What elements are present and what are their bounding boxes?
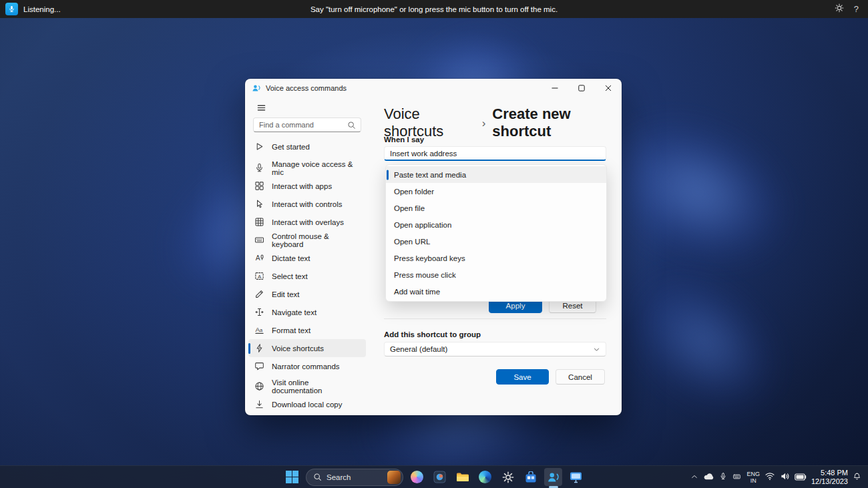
maximize-icon	[578, 85, 585, 91]
microphone-icon	[719, 472, 727, 481]
windows-logo-icon	[286, 471, 298, 483]
speech-bubble-icon	[254, 361, 264, 372]
taskbar-app-edge[interactable]	[476, 468, 494, 486]
menu-item-paste-text-and-media[interactable]: Paste text and media	[386, 166, 606, 183]
sidebar-item-label: Visit online documentation	[272, 379, 361, 395]
menu-item-press-keyboard-keys[interactable]: Press keyboard keys	[386, 250, 606, 266]
hidden-icons-button[interactable]	[690, 471, 698, 483]
sidebar-item-voice-shortcuts[interactable]: Voice shortcuts	[248, 339, 366, 357]
battery-button[interactable]	[795, 471, 807, 483]
sidebar-item-format-text[interactable]: Aa Format text	[248, 321, 366, 339]
sidebar-nav: Get started Manage voice access & mic In…	[245, 138, 369, 375]
taskbar-search-box[interactable]: Search	[306, 469, 403, 486]
menu-item-press-mouse-click[interactable]: Press mouse click	[386, 266, 606, 283]
shortcut-icon	[254, 343, 264, 354]
navigate-icon	[254, 307, 264, 318]
when-i-say-input[interactable]	[384, 146, 606, 161]
cancel-button[interactable]: Cancel	[556, 369, 605, 385]
main-content: Voice shortcuts › Create new shortcut Wh…	[369, 97, 622, 415]
taskbar-app-monitor[interactable]	[567, 468, 585, 486]
sidebar-item-navigate-text[interactable]: Navigate text	[248, 303, 366, 321]
edge-icon	[479, 471, 491, 483]
sidebar-item-control-mouse-keyboard[interactable]: Control mouse & keyboard	[248, 231, 366, 249]
voice-access-settings-button[interactable]	[835, 3, 844, 15]
navigation-menu-button[interactable]	[252, 100, 270, 115]
window-title: Voice access commands	[266, 84, 347, 92]
sidebar-item-label: Get started	[272, 143, 310, 151]
menu-item-open-url[interactable]: Open URL	[386, 233, 606, 250]
file-explorer-icon	[456, 471, 469, 483]
store-icon	[525, 471, 537, 483]
sidebar-item-interact-with-controls[interactable]: Interact with controls	[248, 195, 366, 213]
minimize-button[interactable]	[541, 79, 568, 97]
overlay-grid-icon	[254, 217, 264, 228]
command-search-box[interactable]	[253, 117, 361, 132]
sidebar-item-get-started[interactable]: Get started	[248, 138, 366, 156]
speaker-icon	[780, 472, 790, 481]
voice-access-help-button[interactable]: ?	[854, 4, 859, 14]
search-icon	[347, 121, 356, 130]
taskbar-app-file-explorer[interactable]	[453, 468, 471, 486]
sidebar-item-label: Interact with apps	[272, 182, 332, 190]
close-icon	[605, 85, 612, 91]
command-search-input[interactable]	[259, 121, 347, 129]
when-i-say-label: When I say	[384, 136, 424, 144]
sidebar-item-label: Narrator commands	[272, 362, 340, 371]
hamburger-icon	[256, 103, 266, 113]
search-icon	[313, 473, 322, 481]
taskbar-app-settings[interactable]	[499, 468, 517, 486]
clock[interactable]: 5:48 PM 12/13/2023	[811, 469, 848, 486]
onedrive-button[interactable]	[703, 471, 714, 483]
sidebar-item-interact-with-overlays[interactable]: Interact with overlays	[248, 213, 366, 231]
volume-button[interactable]	[780, 471, 790, 483]
group-select[interactable]: General (default)	[384, 342, 606, 356]
section-divider	[384, 318, 606, 319]
page-title: Create new shortcut	[492, 105, 622, 140]
sidebar-item-online-documentation[interactable]: Visit online documentation	[248, 377, 366, 395]
menu-item-add-wait-time[interactable]: Add wait time	[386, 283, 606, 300]
close-button[interactable]	[595, 79, 622, 97]
photos-icon	[433, 471, 446, 483]
touch-keyboard-button[interactable]	[732, 471, 742, 483]
minimize-icon	[552, 85, 558, 91]
start-button[interactable]	[283, 468, 301, 486]
taskbar-app-store[interactable]	[521, 468, 539, 486]
sidebar-item-label: Voice shortcuts	[272, 344, 324, 352]
window-titlebar[interactable]: Voice access commands	[245, 79, 622, 97]
menu-item-open-application[interactable]: Open application	[386, 216, 606, 233]
monitor-app-icon	[570, 471, 582, 483]
notification-center-button[interactable]	[853, 471, 861, 483]
chevron-up-icon	[690, 473, 698, 481]
gear-icon	[835, 3, 844, 13]
voice-access-bar-actions: ?	[728, 3, 868, 15]
bell-icon	[853, 472, 861, 481]
sidebar-item-label: Control mouse & keyboard	[272, 232, 361, 248]
format-text-icon: Aa	[254, 325, 264, 336]
sidebar-item-label: Download local copy	[272, 401, 342, 409]
menu-item-open-folder[interactable]: Open folder	[386, 183, 606, 200]
voice-typing-button[interactable]	[719, 471, 727, 483]
apps-grid-icon	[254, 181, 264, 192]
time: 5:48 PM	[811, 469, 848, 477]
sidebar-item-select-text[interactable]: A Select text	[248, 267, 366, 285]
taskbar-app-copilot[interactable]	[408, 468, 426, 486]
taskbar-app-voice-access[interactable]	[544, 468, 562, 486]
wifi-button[interactable]	[765, 471, 775, 483]
sidebar-item-dictate-text[interactable]: A Dictate text	[248, 249, 366, 267]
sidebar-item-label: Edit text	[272, 290, 300, 298]
sidebar-item-download-local-copy[interactable]: Download local copy	[248, 395, 366, 413]
taskbar-app-photos[interactable]	[431, 468, 449, 486]
maximize-button[interactable]	[568, 79, 595, 97]
microphone-button[interactable]	[5, 3, 18, 15]
chevron-right-icon: ›	[482, 115, 486, 130]
sidebar-item-narrator-commands[interactable]: Narrator commands	[248, 357, 366, 375]
language-indicator[interactable]: ENG IN	[746, 471, 760, 484]
sidebar-item-interact-with-apps[interactable]: Interact with apps	[248, 177, 366, 195]
sidebar-item-manage-voice-access[interactable]: Manage voice access & mic	[248, 159, 366, 177]
save-button[interactable]: Save	[496, 369, 549, 385]
sidebar-item-label: Interact with overlays	[272, 218, 344, 226]
menu-item-open-file[interactable]: Open file	[386, 200, 606, 216]
sidebar-item-edit-text[interactable]: Edit text	[248, 285, 366, 303]
microphone-icon	[254, 163, 264, 174]
sidebar: Get started Manage voice access & mic In…	[245, 97, 369, 415]
